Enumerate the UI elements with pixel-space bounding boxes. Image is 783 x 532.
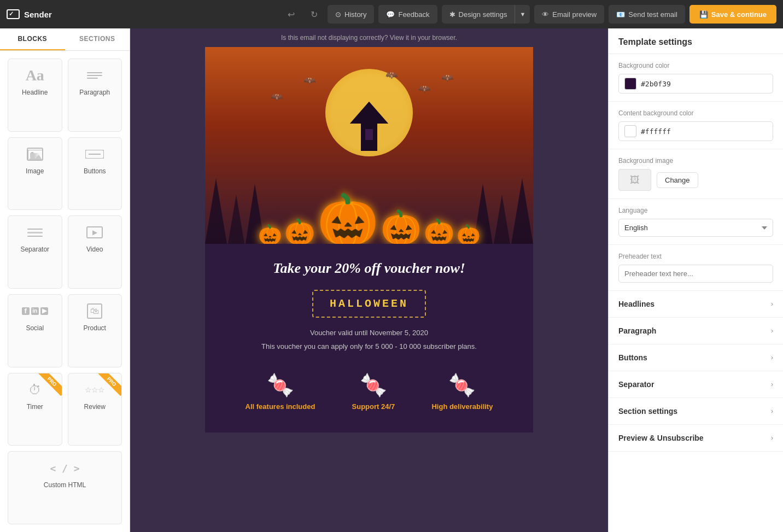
logo-icon xyxy=(7,9,20,19)
sidebar-tabs: BLOCKS SECTIONS xyxy=(0,28,130,51)
email-header-image: 🦇 🦇 🦇 🦇 🦇 xyxy=(205,47,533,244)
email-body: Take your 20% off voucher now! HALLOWEEN… xyxy=(205,244,533,432)
feature-support: 🍬 Support 24/7 xyxy=(352,372,395,411)
svg-rect-5 xyxy=(365,129,373,140)
block-video-label: Video xyxy=(86,245,103,253)
separator-block-icon xyxy=(27,223,43,242)
language-select[interactable]: English French German Spanish Italian xyxy=(618,219,773,237)
section-settings-arrow: › xyxy=(771,407,773,415)
block-buttons[interactable]: Buttons xyxy=(68,137,122,211)
history-icon: ⊙ xyxy=(335,10,341,19)
preview-icon: 👁 xyxy=(542,10,549,19)
product-block-icon: 🛍 xyxy=(87,301,102,321)
save-icon: 💾 xyxy=(699,10,708,19)
collapsible-paragraph[interactable]: Paragraph › xyxy=(609,318,783,344)
bg-image-preview: 🖼 xyxy=(618,169,651,191)
pumpkin-4: 🎃 xyxy=(381,211,422,244)
blocks-grid: Aa Headline Paragraph xyxy=(0,51,130,532)
redo-button[interactable]: ↻ xyxy=(305,5,323,24)
main-layout: BLOCKS SECTIONS Aa Headline xyxy=(0,28,783,532)
left-sidebar: BLOCKS SECTIONS Aa Headline xyxy=(0,28,130,532)
block-custom-html[interactable]: < / > Custom HTML xyxy=(8,451,122,524)
bg-image-label: Background image xyxy=(618,157,773,165)
feature-icon-1: 🍬 xyxy=(267,372,294,398)
block-custom-html-label: Custom HTML xyxy=(44,481,86,489)
preview-unsubscribe-label: Preview & Unsubscribe xyxy=(618,434,704,442)
block-timer-label: Timer xyxy=(27,403,43,411)
content-bg-label: Content background color xyxy=(618,109,773,117)
svg-marker-7 xyxy=(205,178,227,244)
pumpkin-5: 🎃 xyxy=(424,219,454,244)
tab-sections[interactable]: SECTIONS xyxy=(65,28,130,50)
block-separator[interactable]: Separator xyxy=(8,215,62,289)
feature-icon-3: 🍬 xyxy=(448,372,476,398)
pumpkins: 🎃 🎃 🎃 🎃 🎃 🎃 xyxy=(258,195,481,244)
block-headline-label: Headline xyxy=(22,89,48,96)
block-review[interactable]: PRO ☆☆☆ Review xyxy=(68,373,122,446)
separator-label: Separator xyxy=(618,380,654,389)
block-buttons-label: Buttons xyxy=(84,167,106,175)
voucher-plan: This voucher you can apply only for 5 00… xyxy=(227,342,511,350)
block-social[interactable]: f in ▶ Social xyxy=(8,294,62,367)
right-trees xyxy=(474,178,533,244)
block-image-label: Image xyxy=(26,167,44,175)
history-button[interactable]: ⊙ History xyxy=(328,5,374,24)
logo-text: Sender xyxy=(24,10,52,19)
block-image[interactable]: Image xyxy=(8,137,62,211)
pumpkin-1: 🎃 xyxy=(258,225,282,244)
preheader-label: Preheader text xyxy=(618,253,773,260)
block-product[interactable]: 🛍 Product xyxy=(68,294,122,367)
collapsible-section-settings[interactable]: Section settings › xyxy=(609,398,783,425)
block-video[interactable]: ▶ Video xyxy=(68,215,122,289)
block-timer[interactable]: PRO ⏱ Timer xyxy=(8,373,62,446)
voucher-code: HALLOWEEN xyxy=(312,290,426,318)
collapsible-headlines[interactable]: Headlines › xyxy=(609,291,783,318)
save-continue-button[interactable]: 💾 Save & continue xyxy=(689,5,776,24)
section-settings-label: Section settings xyxy=(618,407,677,416)
svg-marker-11 xyxy=(494,195,510,244)
email-container[interactable]: 🦇 🦇 🦇 🦇 🦇 xyxy=(205,47,533,432)
block-headline[interactable]: Aa Headline xyxy=(8,59,62,132)
topbar: Sender ↩ ↻ ⊙ History 💬 Feedback ✱ Design… xyxy=(0,0,783,28)
pumpkin-6: 🎃 xyxy=(457,225,481,244)
features-row: 🍬 All features included 🍬 Support 24/7 🍬… xyxy=(227,367,511,416)
timer-block-icon: ⏱ xyxy=(28,380,42,400)
haunted-house xyxy=(350,102,388,153)
voucher-valid: Voucher valid until November 5, 2020 xyxy=(227,329,511,337)
preheader-input[interactable] xyxy=(618,265,773,283)
pumpkin-2: 🎃 xyxy=(284,219,315,244)
design-settings-button[interactable]: ✱ Design settings xyxy=(442,5,515,24)
content-bg-row[interactable]: #ffffff xyxy=(618,121,773,141)
block-paragraph[interactable]: Paragraph xyxy=(68,59,122,132)
bg-color-label: Background color xyxy=(618,62,773,69)
headline-block-icon: Aa xyxy=(26,66,44,85)
send-test-button[interactable]: 📧 Send test email xyxy=(609,5,685,24)
collapsible-buttons[interactable]: Buttons › xyxy=(609,344,783,371)
preheader-section: Preheader text xyxy=(609,245,783,291)
bg-color-row[interactable]: #2b0f39 xyxy=(618,74,773,93)
collapsible-preview-unsubscribe[interactable]: Preview & Unsubscribe › xyxy=(609,425,783,452)
block-review-label: Review xyxy=(84,403,106,411)
bg-image-change-button[interactable]: Change xyxy=(657,172,698,188)
feature-icon-2: 🍬 xyxy=(360,372,387,398)
email-preview-bar: Is this email not displaying correctly? … xyxy=(130,28,608,47)
template-settings-title: Template settings xyxy=(609,28,783,54)
block-social-label: Social xyxy=(26,324,44,332)
design-icon: ✱ xyxy=(449,10,455,19)
feedback-icon: 💬 xyxy=(386,10,395,19)
design-settings-group: ✱ Design settings ▼ xyxy=(442,5,530,24)
bg-color-section: Background color #2b0f39 xyxy=(609,54,783,102)
block-paragraph-label: Paragraph xyxy=(79,89,110,96)
design-settings-dropdown[interactable]: ▼ xyxy=(515,5,530,24)
undo-button[interactable]: ↩ xyxy=(282,5,300,24)
left-trees xyxy=(205,178,265,244)
collapsible-separator[interactable]: Separator › xyxy=(609,371,783,398)
email-preview-button[interactable]: 👁 Email preview xyxy=(534,5,604,24)
tab-blocks[interactable]: BLOCKS xyxy=(0,28,65,50)
bg-color-swatch xyxy=(624,78,636,90)
feedback-button[interactable]: 💬 Feedback xyxy=(378,5,437,24)
headlines-arrow: › xyxy=(771,300,773,308)
feature-label-3: High deliverability xyxy=(431,402,493,411)
html-block-icon: < / > xyxy=(50,458,79,478)
content-bg-section: Content background color #ffffff xyxy=(609,102,783,149)
